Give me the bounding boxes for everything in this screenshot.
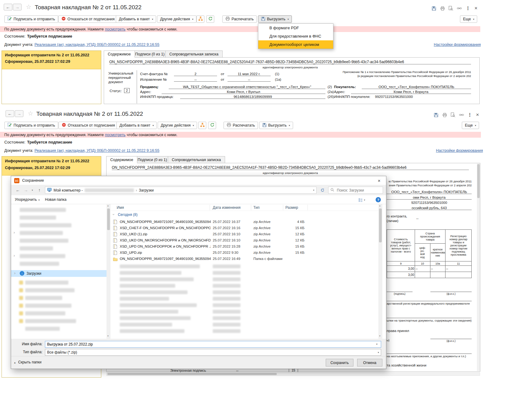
tab-content[interactable]: Содержимое	[104, 51, 135, 58]
refuse-signing-button[interactable]: Отказаться от подписания	[58, 15, 118, 23]
favorite-star-icon[interactable]: ☆	[28, 110, 33, 116]
menu-item-pdf[interactable]: В формате PDF	[258, 24, 333, 32]
address-bar[interactable]: Мой компьютер - › Загрузки ▾	[45, 187, 316, 194]
back-button[interactable]: ←	[4, 4, 12, 10]
breadcrumb-current[interactable]: Загрузки	[139, 188, 154, 192]
tree-chevron-icon[interactable]: ›	[14, 253, 15, 257]
file-row[interactable]: XSD_UPD.zip 25.07.2022 9:30 zip Archive …	[111, 250, 375, 256]
more-button[interactable]: Еще ▾	[462, 122, 479, 129]
preview-icon[interactable]	[447, 5, 454, 12]
file-row[interactable]: ON_NSCHFDOPPR_9649721097_964901000_96355…	[111, 219, 375, 225]
warning-view-link[interactable]: посмотреть	[105, 27, 126, 31]
generation-settings-link[interactable]: Настройки формирования	[436, 148, 483, 153]
accounting-doc-link[interactable]: Реализация (акт, накладная, УПД) 00БП-00…	[34, 43, 159, 47]
scroll-down-icon[interactable]: ▾	[107, 335, 109, 337]
generation-settings-link[interactable]: Настройки формирования	[434, 43, 481, 47]
kebab-menu-icon[interactable]: ⋮	[465, 5, 471, 12]
close-icon[interactable]: ×	[474, 111, 481, 118]
column-divider[interactable]	[251, 205, 251, 210]
file-row[interactable]: ON_NSCHFDOPPR_9649721097_964901000_96355…	[111, 256, 375, 262]
group-header-today[interactable]: › Сегодня (8)	[113, 213, 138, 217]
column-header-name[interactable]: Имя	[117, 205, 124, 210]
structure-button[interactable]	[198, 122, 206, 129]
print-document-button[interactable]: Распечатать	[224, 122, 258, 129]
scrollbar-thumb[interactable]	[107, 208, 110, 230]
sign-and-send-button[interactable]: Подписать и отправить	[4, 122, 58, 129]
forward-button[interactable]: →	[15, 110, 23, 117]
filename-input[interactable]	[45, 341, 381, 348]
vertical-scrollbar[interactable]	[477, 164, 480, 371]
other-actions-button[interactable]: Другие действия ▾	[157, 15, 196, 23]
tab-content[interactable]: Содержимое	[106, 156, 137, 163]
file-row[interactable]: XSD_CHET-F ON_NSCHFDOPPR и ON_NSCHFDOPPO…	[111, 225, 375, 231]
forward-button[interactable]: →	[13, 4, 22, 10]
address-dropdown-icon[interactable]: ▾	[313, 189, 314, 192]
dialog-close-icon[interactable]: ×	[372, 176, 386, 185]
folder-tree[interactable]: › › › ↓ Загрузки	[11, 204, 107, 339]
new-folder-button[interactable]: Новая папка	[45, 197, 66, 202]
scrollbar-thumb[interactable]	[379, 208, 382, 242]
sender-info-panel[interactable]: Информация отправителя № 2 от 11.05.2022…	[2, 51, 101, 104]
menu-item-fns[interactable]: Для предоставления в ФНС	[258, 32, 333, 40]
menu-item-full-flow[interactable]: Документооборот целиком	[258, 40, 333, 49]
column-header-type[interactable]: Тип	[253, 205, 260, 210]
help-icon[interactable]: ?	[376, 197, 381, 202]
preview-icon[interactable]	[449, 111, 456, 118]
view-mode-dropdown-icon[interactable]: ▾	[364, 199, 365, 201]
link-icon[interactable]	[456, 5, 463, 12]
tab-signatures[interactable]: Подписи (0 из 1)	[131, 51, 168, 58]
filetype-select[interactable]: Все файлы (*.zip) ▾	[45, 349, 381, 356]
accounting-doc-link[interactable]: Реализация (акт, накладная, УПД) 00БП-00…	[34, 148, 159, 153]
dialog-titlebar[interactable]: 1С Сохранение ×	[11, 176, 386, 185]
nav-history-chevron-icon[interactable]: ▾	[30, 187, 34, 193]
save-button[interactable]: Сохранить	[326, 359, 353, 366]
list-scrollbar[interactable]: ▴ ▾	[378, 204, 382, 339]
file-row[interactable]: XSD_UPD ON_NSCHFDOPPOK и ON_NSCHFDOPPR .…	[111, 244, 375, 250]
refresh-button[interactable]	[208, 122, 216, 129]
kebab-menu-icon[interactable]: ⋮	[466, 111, 473, 118]
horizontal-scrollbar[interactable]	[107, 372, 480, 376]
hide-folders-button[interactable]: ▴ Скрыть папки	[14, 360, 42, 364]
tab-signatures[interactable]: Подписи (0 из 1)	[134, 156, 171, 163]
export-button[interactable]: Выгрузить ▾	[259, 122, 293, 129]
link-icon[interactable]	[458, 111, 465, 118]
cancel-button[interactable]: Отмена	[357, 359, 382, 366]
favorite-star-icon[interactable]: ☆	[26, 4, 31, 10]
tab-cover-note[interactable]: Сопроводительная записка	[168, 156, 225, 163]
save-icon[interactable]	[433, 111, 439, 118]
filename-dropdown-icon[interactable]: ▾	[376, 343, 377, 346]
structure-button[interactable]	[196, 15, 204, 23]
search-input[interactable]	[336, 188, 377, 193]
refuse-signing-button[interactable]: Отказаться от подписания	[58, 122, 118, 129]
warning-view-link[interactable]: посмотреть	[105, 133, 126, 137]
file-row[interactable]: XSD_UKD (1).zip 25.07.2022 16:10 zip Arc…	[111, 231, 375, 237]
column-divider[interactable]	[210, 205, 210, 210]
view-mode-icon[interactable]	[358, 198, 363, 203]
print-icon[interactable]	[441, 111, 448, 118]
breadcrumb-root[interactable]: Мой компьютер -	[54, 188, 83, 192]
save-icon[interactable]	[430, 5, 437, 12]
add-to-package-button[interactable]: Добавить в пакет ▾	[116, 122, 157, 129]
refresh-button[interactable]	[206, 15, 214, 23]
print-icon[interactable]	[439, 5, 446, 12]
back-button[interactable]: ←	[6, 110, 14, 117]
nav-back-button[interactable]: ←	[14, 187, 22, 193]
scrollbar-thumb[interactable]	[477, 164, 480, 198]
sign-and-send-button[interactable]: Подписать и отправить	[4, 15, 58, 23]
nav-up-button[interactable]: ↑	[36, 187, 43, 193]
organize-button[interactable]: Упорядочить ▾	[15, 197, 40, 202]
column-divider[interactable]	[308, 205, 308, 210]
search-box[interactable]	[328, 187, 383, 194]
scroll-up-icon[interactable]: ▴	[379, 204, 381, 207]
scrollbar-thumb[interactable]	[107, 373, 277, 375]
scroll-up-icon[interactable]: ▴	[107, 204, 109, 207]
scroll-down-icon[interactable]: ▾	[379, 335, 381, 337]
file-row[interactable]: XSD_UKD ON_NKORSCHFDOPPR и ON_NKORSCHFDO…	[111, 237, 375, 244]
tree-item-downloads[interactable]: › ↓ Загрузки	[11, 270, 107, 277]
close-icon[interactable]: ×	[473, 5, 479, 12]
group-expand-icon[interactable]: ›	[112, 214, 116, 215]
nav-forward-button[interactable]: →	[22, 187, 30, 193]
column-header-date[interactable]: Дата изменения	[213, 205, 240, 210]
column-divider[interactable]	[283, 205, 283, 210]
add-to-package-button[interactable]: Добавить в пакет ▾	[116, 15, 156, 23]
